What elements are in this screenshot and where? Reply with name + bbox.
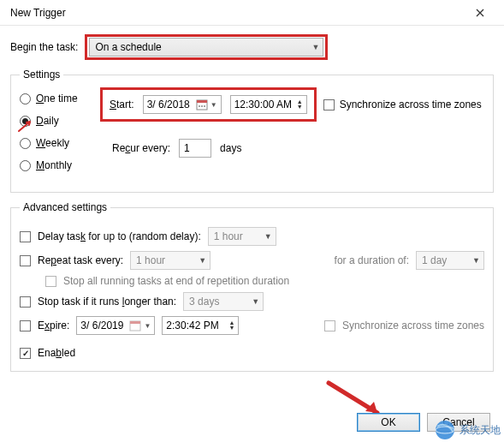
stop-at-end-label: Stop all running tasks at end of repetit… — [63, 275, 289, 287]
radio-icon — [20, 138, 31, 149]
begin-task-highlight: On a schedule ▼ — [85, 34, 328, 60]
chevron-down-icon: ▼ — [259, 232, 272, 241]
expire-time-value: 2:30:42 PM — [166, 320, 218, 332]
radio-weekly[interactable]: Weekly — [20, 137, 90, 149]
sync-timezones-label: Synchronize across time zones — [340, 99, 482, 110]
delay-checkbox[interactable] — [20, 231, 31, 242]
expire-sync-checkbox — [324, 320, 335, 332]
calendar-icon — [129, 320, 141, 332]
repeat-duration-value: 1 day — [422, 254, 447, 266]
repeat-interval-dropdown[interactable]: 1 hour ▼ — [130, 251, 210, 270]
frequency-radio-group: One time Daily Weekly Monthly — [20, 87, 93, 178]
stop-long-dropdown[interactable]: 3 days ▼ — [183, 292, 264, 311]
delay-value: 1 hour — [214, 230, 243, 242]
expire-date-value: 3/ 6/2019 — [80, 320, 123, 332]
radio-monthly[interactable]: Monthly — [20, 159, 90, 171]
expire-checkbox[interactable] — [20, 320, 31, 332]
calendar-icon — [196, 99, 208, 110]
svg-point-3 — [201, 105, 203, 107]
chevron-down-icon: ▼ — [208, 101, 217, 109]
svg-rect-1 — [197, 100, 207, 103]
settings-group: Settings One time Daily Weekly M — [10, 69, 494, 193]
svg-rect-6 — [130, 321, 140, 324]
start-date-value: 3/ 6/2018 — [147, 99, 190, 110]
svg-point-2 — [199, 105, 200, 107]
chevron-down-icon: ▼ — [306, 43, 319, 51]
cancel-button[interactable]: Cancel — [427, 413, 490, 432]
settings-legend: Settings — [20, 69, 63, 81]
advanced-legend: Advanced settings — [20, 201, 110, 213]
enabled-checkbox[interactable] — [20, 348, 31, 359]
stop-long-value: 3 days — [189, 296, 219, 308]
radio-icon — [20, 160, 31, 171]
expire-date-input[interactable]: 3/ 6/2019 ▼ — [76, 316, 155, 335]
chevron-down-icon: ▼ — [141, 322, 151, 330]
repeat-duration-label: for a duration of: — [335, 254, 409, 266]
radio-one-time[interactable]: One time — [20, 93, 90, 105]
start-highlight: Start: 3/ 6/2018 ▼ 12:30:00 AM ▲▼ — [100, 87, 317, 122]
ok-label: OK — [381, 416, 395, 428]
begin-task-value: On a schedule — [95, 41, 161, 53]
expire-sync-label: Synchronize across time zones — [342, 320, 484, 332]
radio-icon — [20, 93, 31, 105]
expire-time-input[interactable]: 2:30:42 PM ▲▼ — [162, 316, 239, 335]
start-time-value: 12:30:00 AM — [234, 99, 292, 110]
begin-task-row: Begin the task: On a schedule ▼ — [10, 34, 494, 60]
recur-unit: days — [220, 142, 241, 154]
spinner-icon: ▲▼ — [297, 99, 303, 110]
red-pointer-icon — [18, 119, 33, 133]
svg-point-4 — [204, 105, 205, 107]
repeat-duration-dropdown[interactable]: 1 day ▼ — [416, 251, 484, 270]
stop-at-end-checkbox — [45, 276, 56, 287]
cancel-label: Cancel — [442, 416, 474, 428]
stop-long-checkbox[interactable] — [20, 296, 31, 308]
recur-row: Recur every: 1 days — [112, 139, 484, 158]
begin-task-label: Begin the task: — [10, 39, 78, 56]
chevron-down-icon: ▼ — [193, 256, 206, 265]
advanced-group: Advanced settings Delay task for up to (… — [10, 201, 494, 372]
recur-value: 1 — [184, 142, 190, 154]
spinner-icon: ▲▼ — [228, 320, 234, 331]
dialog-buttons: OK Cancel — [357, 413, 490, 432]
sync-timezones-checkbox[interactable] — [323, 99, 335, 110]
delay-dropdown[interactable]: 1 hour ▼ — [208, 227, 276, 246]
close-button[interactable] — [463, 1, 497, 25]
recur-value-input[interactable]: 1 — [179, 139, 211, 158]
window-title: New Trigger — [10, 7, 463, 19]
start-date-input[interactable]: 3/ 6/2018 ▼ — [143, 95, 222, 114]
start-time-input[interactable]: 12:30:00 AM ▲▼ — [230, 95, 307, 114]
title-bar: New Trigger — [0, 0, 504, 26]
repeat-interval-value: 1 hour — [136, 254, 165, 266]
begin-task-dropdown[interactable]: On a schedule ▼ — [89, 38, 323, 57]
ok-button[interactable]: OK — [357, 413, 420, 432]
close-icon — [476, 9, 484, 17]
chevron-down-icon: ▼ — [467, 256, 480, 265]
chevron-down-icon: ▼ — [246, 297, 259, 306]
repeat-checkbox[interactable] — [20, 255, 31, 266]
